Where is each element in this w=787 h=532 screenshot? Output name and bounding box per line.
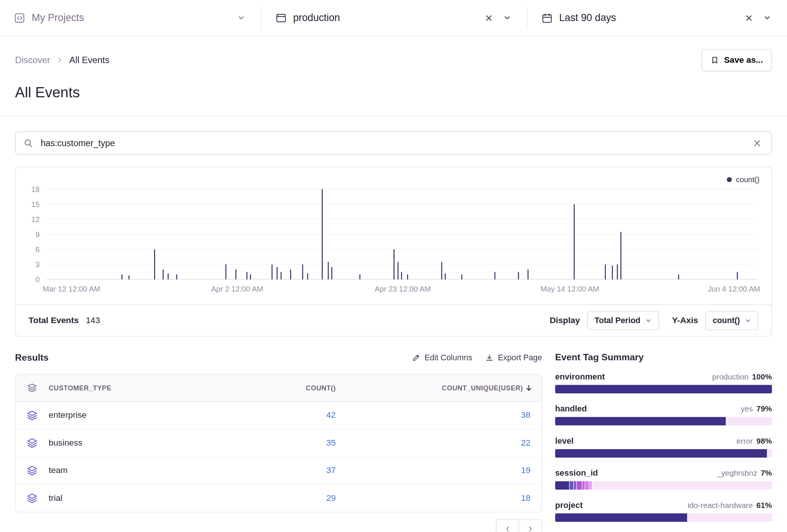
table-row[interactable]: trial2918 xyxy=(15,485,542,512)
tag-name: session_id xyxy=(555,468,598,478)
export-page-button[interactable]: Export Page xyxy=(485,353,542,362)
environment-filter-label: production xyxy=(293,12,340,24)
tag-bar-segment xyxy=(688,513,772,522)
tag-name: project xyxy=(555,500,583,509)
count-cell[interactable]: 37 xyxy=(236,466,347,476)
search-icon xyxy=(24,138,33,148)
count-unique-cell[interactable]: 38 xyxy=(347,410,542,420)
tag-bar-segment xyxy=(555,417,726,426)
chart-bar xyxy=(247,272,248,280)
customer-type-cell: business xyxy=(49,438,236,448)
display-label: Display xyxy=(549,316,580,326)
column-header-count[interactable]: COUNT() xyxy=(236,384,347,391)
chart-bar xyxy=(678,275,679,280)
x-axis-tick-label: Jun 4 12:00 AM xyxy=(708,284,760,293)
project-selector[interactable]: My Projects xyxy=(0,0,261,36)
breadcrumb-current: All Events xyxy=(69,55,109,65)
display-dropdown[interactable]: Total Period xyxy=(587,311,659,330)
tag-entry: projectido-react-hardware61% xyxy=(555,500,772,521)
chevron-down-icon xyxy=(235,12,247,24)
results-table: CUSTOMER_TYPE COUNT() COUNT_UNIQUE(USER)… xyxy=(15,374,542,512)
column-header-customer-type[interactable]: CUSTOMER_TYPE xyxy=(49,384,236,391)
previous-page-button[interactable] xyxy=(496,519,519,532)
sort-desc-icon xyxy=(525,384,533,391)
search-input[interactable] xyxy=(40,137,745,149)
app: My Projects production xyxy=(0,0,787,532)
legend-label: count() xyxy=(736,175,759,184)
export-page-label: Export Page xyxy=(498,353,542,362)
chevron-down-icon xyxy=(645,317,651,323)
tag-distribution-bar[interactable] xyxy=(555,513,772,522)
gridline xyxy=(47,234,757,234)
chart-bar xyxy=(574,204,575,280)
gridline xyxy=(47,219,757,219)
tag-bar-segment xyxy=(726,417,772,426)
chart-bar xyxy=(401,272,402,280)
layers-icon xyxy=(15,410,48,421)
chart-bar xyxy=(250,275,251,280)
tag-distribution-bar[interactable] xyxy=(555,417,772,426)
gridline xyxy=(47,204,757,204)
date-range-filter[interactable]: Last 90 days xyxy=(528,0,787,36)
y-axis-tick-label: 18 xyxy=(31,185,39,193)
tag-entry: levelerror98% xyxy=(555,436,772,458)
search-bar xyxy=(15,131,772,154)
chevron-down-icon[interactable] xyxy=(761,12,773,24)
chart-bar xyxy=(445,274,446,280)
count-unique-cell[interactable]: 19 xyxy=(347,466,542,476)
environment-filter[interactable]: production xyxy=(262,0,527,36)
chart-bar xyxy=(322,189,323,279)
tag-bar-segment xyxy=(555,385,772,393)
chart-bar xyxy=(163,269,164,280)
edit-columns-button[interactable]: Edit Columns xyxy=(412,353,472,362)
tag-top-value: error xyxy=(736,437,753,445)
tag-list: environmentproduction100%handledyes79%le… xyxy=(555,372,772,522)
count-cell[interactable]: 42 xyxy=(236,410,347,420)
yaxis-label: Y-Axis xyxy=(672,316,698,326)
chart-legend[interactable]: count() xyxy=(727,175,759,184)
count-cell[interactable]: 29 xyxy=(236,493,347,503)
legend-dot-icon xyxy=(727,177,732,182)
y-axis-tick-label: 0 xyxy=(35,275,39,284)
tag-bar-segment xyxy=(574,481,577,490)
count-unique-cell[interactable]: 18 xyxy=(347,493,542,503)
window-icon xyxy=(275,12,286,23)
table-row[interactable]: team3719 xyxy=(15,457,542,485)
yaxis-dropdown[interactable]: count() xyxy=(705,311,758,330)
tag-distribution-bar[interactable] xyxy=(555,385,772,393)
breadcrumb-discover-link[interactable]: Discover xyxy=(15,55,50,65)
count-unique-cell[interactable]: 22 xyxy=(347,438,542,448)
results-heading: Results xyxy=(15,352,48,363)
pencil-icon xyxy=(412,354,420,362)
x-axis-tick-label: Apr 2 12:00 AM xyxy=(211,284,263,293)
total-events-value: 143 xyxy=(86,316,100,326)
tag-distribution-bar[interactable] xyxy=(555,481,772,490)
chevron-down-icon[interactable] xyxy=(501,12,513,24)
download-icon xyxy=(485,354,493,362)
chart-bar xyxy=(168,274,169,280)
save-as-button[interactable]: Save as... xyxy=(702,49,772,71)
layers-icon xyxy=(15,465,48,476)
clear-date-range-icon[interactable] xyxy=(743,12,755,24)
tag-top-value: yes xyxy=(741,404,753,413)
y-axis-tick-label: 9 xyxy=(35,230,39,239)
next-page-button[interactable] xyxy=(519,519,542,532)
clear-search-icon[interactable] xyxy=(751,137,763,149)
tag-entry: handledyes79% xyxy=(555,404,772,425)
date-range-label: Last 90 days xyxy=(559,12,616,24)
chart-bar xyxy=(277,267,278,279)
table-row[interactable]: business3522 xyxy=(15,429,542,457)
column-header-count-unique[interactable]: COUNT_UNIQUE(USER) xyxy=(347,384,542,391)
projects-icon xyxy=(14,12,25,23)
yaxis-dropdown-value: count() xyxy=(713,316,740,325)
chart-bar xyxy=(121,275,123,280)
table-row[interactable]: enterprise4238 xyxy=(15,402,542,429)
y-axis-tick-label: 12 xyxy=(31,215,39,224)
tag-summary-heading: Event Tag Summary xyxy=(555,352,772,363)
count-cell[interactable]: 35 xyxy=(236,438,347,448)
tag-name: handled xyxy=(555,404,587,413)
chart-bar xyxy=(441,262,442,280)
tag-distribution-bar[interactable] xyxy=(555,449,772,458)
clear-environment-icon[interactable] xyxy=(483,12,495,24)
project-selector-label: My Projects xyxy=(32,12,84,24)
